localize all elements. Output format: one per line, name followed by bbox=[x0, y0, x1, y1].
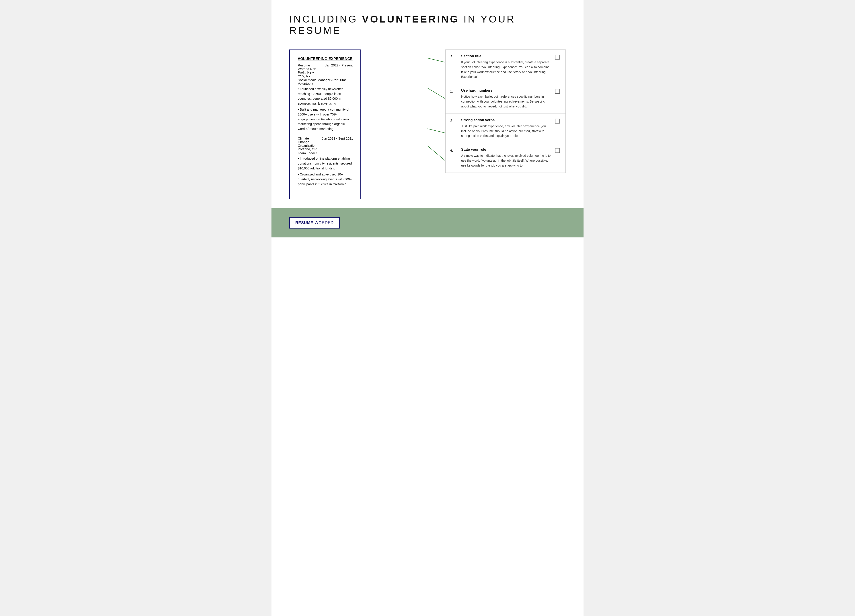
resume-bullets-1: Launched a weekly newsletter reaching 12… bbox=[298, 87, 352, 131]
tip-item-1: 1. Section title If your volunteering ex… bbox=[446, 50, 565, 84]
resume-entry-2-header: Climate Change Organization, Portland, O… bbox=[298, 137, 352, 151]
tip-content-1: Section title If your volunteering exper… bbox=[461, 54, 552, 80]
resume-dates-2: Jun 2021 - Sept 2021 bbox=[322, 137, 353, 140]
logo-worded-text: WORDED bbox=[315, 221, 334, 225]
tip-checkbox-1[interactable] bbox=[555, 55, 560, 60]
tip-content-4: State your role A simple way to indicate… bbox=[461, 147, 552, 168]
tips-column: 1. Section title If your volunteering ex… bbox=[445, 49, 566, 199]
svg-line-1 bbox=[428, 88, 445, 99]
resume-bullet-2-2: Organized and advertised 10+ quarterly n… bbox=[298, 172, 352, 187]
svg-line-0 bbox=[428, 58, 445, 62]
tip-text-4: A simple way to indicate that the roles … bbox=[461, 153, 552, 168]
page-title: INCLUDING VOLUNTEERING IN YOUR RESUME bbox=[289, 13, 566, 36]
logo-resume-text: RESUME bbox=[295, 221, 313, 225]
connector-column bbox=[428, 49, 445, 199]
tip-title-2: Use hard numbers bbox=[461, 89, 552, 92]
tip-checkbox-3[interactable] bbox=[555, 119, 560, 124]
resume-dates-1: Jan 2022 - Present bbox=[325, 64, 352, 67]
tip-content-2: Use hard numbers Notice how each bullet … bbox=[461, 89, 552, 109]
tip-number-4: 4. bbox=[450, 147, 458, 153]
resume-org-1: Resume Worded Non-Profit, New York, NY bbox=[298, 64, 320, 78]
page-wrapper: INCLUDING VOLUNTEERING IN YOUR RESUME VO… bbox=[271, 0, 584, 616]
tip-item-2: 2. Use hard numbers Notice how each bull… bbox=[446, 84, 565, 113]
resume-role-2: Team Leader bbox=[298, 152, 352, 155]
resume-box: VOLUNTEERING EXPERIENCE Resume Worded No… bbox=[289, 49, 361, 199]
tip-item-4: 4. State your role A simple way to indic… bbox=[446, 143, 565, 172]
tip-item-3: 3. Strong action verbs Just like paid wo… bbox=[446, 114, 565, 143]
resume-role-1: Social Media Manager (Part-Time Voluntee… bbox=[298, 78, 352, 86]
tip-text-1: If your volunteering experience is subst… bbox=[461, 60, 552, 80]
tip-content-3: Strong action verbs Just like paid work … bbox=[461, 118, 552, 138]
resume-bullets-2: Introduced online platform enabling dona… bbox=[298, 156, 352, 187]
tip-title-3: Strong action verbs bbox=[461, 118, 552, 122]
tip-text-3: Just like paid work experience, any volu… bbox=[461, 124, 552, 138]
tip-title-1: Section title bbox=[461, 54, 552, 58]
tip-number-3: 3. bbox=[450, 118, 458, 123]
tip-text-2: Notice how each bullet point references … bbox=[461, 94, 552, 109]
resume-entry-1-header: Resume Worded Non-Profit, New York, NY J… bbox=[298, 64, 352, 78]
resume-entry-1: Resume Worded Non-Profit, New York, NY J… bbox=[298, 64, 352, 131]
tip-checkbox-4[interactable] bbox=[555, 148, 560, 153]
logo-box: RESUME WORDED bbox=[289, 217, 340, 228]
tips-panel: 1. Section title If your volunteering ex… bbox=[445, 49, 566, 173]
tip-checkbox-2[interactable] bbox=[555, 89, 560, 94]
resume-bullet-2-1: Introduced online platform enabling dona… bbox=[298, 156, 352, 171]
resume-section-title: VOLUNTEERING EXPERIENCE bbox=[298, 57, 352, 61]
resume-bullet-1-2: Built and managed a community of 2500+ u… bbox=[298, 107, 352, 131]
resume-column: VOLUNTEERING EXPERIENCE Resume Worded No… bbox=[289, 49, 428, 199]
bottom-section: RESUME WORDED bbox=[271, 208, 584, 238]
main-content: VOLUNTEERING EXPERIENCE Resume Worded No… bbox=[289, 49, 566, 199]
tip-number-1: 1. bbox=[450, 54, 458, 59]
resume-bullet-1-1: Launched a weekly newsletter reaching 12… bbox=[298, 87, 352, 106]
svg-line-3 bbox=[428, 146, 445, 161]
svg-line-2 bbox=[428, 129, 445, 133]
tip-title-4: State your role bbox=[461, 147, 552, 152]
resume-entry-2: Climate Change Organization, Portland, O… bbox=[298, 137, 352, 187]
tip-number-2: 2. bbox=[450, 89, 458, 93]
resume-org-2: Climate Change Organization, Portland, O… bbox=[298, 137, 317, 151]
